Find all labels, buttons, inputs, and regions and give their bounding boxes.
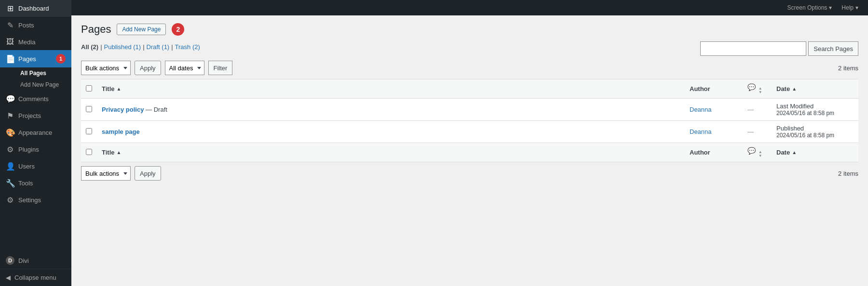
help-chevron-icon: ▾	[855, 4, 858, 11]
comment-sort-desc[interactable]: ▼	[759, 91, 762, 94]
filter-button[interactable]: Filter	[208, 61, 233, 75]
author-header: Author	[685, 79, 743, 99]
filter-all[interactable]: All (2)	[81, 43, 98, 51]
collapse-icon: ◀	[6, 274, 11, 281]
row-date-cell: Published 2024/05/16 at 8:58 pm	[772, 121, 858, 143]
search-pages-button[interactable]: Search Pages	[808, 41, 858, 56]
table-row: Privacy policy — Draft Deanna — Last Mod…	[81, 99, 858, 121]
filter-draft[interactable]: Draft (1)	[147, 43, 170, 51]
comment-sort-desc-footer[interactable]: ▼	[759, 154, 762, 158]
sidebar-item-projects[interactable]: ⚑ Projects	[0, 107, 71, 124]
screen-options-button[interactable]: Screen Options ▾	[784, 2, 836, 13]
sidebar-item-users[interactable]: 👤 Users	[0, 158, 71, 175]
sidebar-item-tools[interactable]: 🔧 Tools	[0, 175, 71, 192]
divi-icon: D	[6, 256, 14, 265]
date-footer: Date ▲	[772, 143, 858, 162]
row-author-link[interactable]: Deanna	[690, 106, 712, 113]
title-sort-link[interactable]: Title ▲	[102, 85, 121, 92]
search-input[interactable]	[700, 41, 806, 56]
date-footer-sort-link[interactable]: Date ▲	[776, 149, 797, 156]
row-comments-cell: —	[743, 99, 772, 121]
title-footer-sort-arrow: ▲	[117, 150, 122, 155]
select-all-checkbox-footer[interactable]	[86, 149, 92, 155]
row-checkbox[interactable]	[86, 128, 92, 134]
author-footer: Author	[685, 143, 743, 162]
date-sort-link[interactable]: Date ▲	[776, 85, 797, 92]
apply-button-bottom[interactable]: Apply	[135, 166, 161, 181]
content-area: Pages Add New Page 2 All (2) | Published…	[71, 15, 868, 286]
apply-button-top[interactable]: Apply	[135, 61, 161, 75]
row-author-cell: Deanna	[685, 121, 743, 143]
screen-options-chevron-icon: ▾	[829, 4, 832, 11]
media-icon: 🖼	[6, 38, 14, 46]
row-author-link[interactable]: Deanna	[690, 128, 712, 135]
comments-footer: 💬 ▲ ▼	[743, 143, 772, 162]
filter-published[interactable]: Published (1)	[104, 43, 141, 51]
row-title-cell: sample page	[97, 121, 685, 143]
date-header: Date ▲	[772, 79, 858, 99]
sidebar-item-media[interactable]: 🖼 Media	[0, 34, 71, 50]
row-comments-cell: —	[743, 121, 772, 143]
title-footer: Title ▲	[97, 143, 685, 162]
table-row: sample page Deanna — Published 2024/05/1…	[81, 121, 858, 143]
sidebar-sub-add-new-page[interactable]: Add New Page	[18, 79, 71, 91]
comment-sort-buttons-footer: ▲ ▼	[759, 150, 762, 158]
row-author-cell: Deanna	[685, 99, 743, 121]
filter-trash[interactable]: Trash (2)	[175, 43, 200, 51]
date-footer-sort-arrow: ▲	[792, 150, 797, 155]
help-button[interactable]: Help ▾	[838, 2, 862, 13]
sidebar-item-pages[interactable]: 📄 Pages 1	[0, 50, 71, 67]
sidebar-item-divi[interactable]: D Divi	[0, 252, 71, 269]
page-header: Pages Add New Page 2	[81, 23, 858, 36]
bulk-actions-select-top[interactable]: Bulk actions	[81, 61, 131, 75]
sidebar-sub-all-pages[interactable]: All Pages	[18, 67, 71, 79]
comments-header: 💬 ▲ ▼	[743, 79, 772, 99]
page-title-link[interactable]: sample page	[102, 128, 140, 135]
title-header: Title ▲	[97, 79, 685, 99]
main-content: Screen Options ▾ Help ▾ Pages Add New Pa…	[71, 0, 868, 286]
title-sort-arrow: ▲	[117, 86, 122, 91]
sidebar-item-dashboard[interactable]: ⊞ Dashboard	[0, 0, 71, 17]
filter-links: All (2) | Published (1) | Draft (1) | Tr…	[81, 43, 200, 51]
notification-badge: 2	[172, 23, 184, 36]
row-checkbox-cell	[81, 121, 97, 143]
items-count-bottom: 2 items	[838, 170, 858, 177]
comment-sort-buttons: ▲ ▼	[759, 87, 762, 94]
table-body: Privacy policy — Draft Deanna — Last Mod…	[81, 99, 858, 143]
dates-filter-select[interactable]: All dates	[165, 61, 204, 75]
sidebar-item-posts[interactable]: ✎ Posts	[0, 17, 71, 34]
items-count-top: 2 items	[838, 65, 858, 72]
date-sort-arrow: ▲	[792, 86, 797, 91]
row-date-value: 2024/05/16 at 8:58 pm	[776, 110, 854, 117]
toolbar-bottom: Bulk actions Apply 2 items	[81, 166, 858, 181]
page-title: Pages	[81, 23, 111, 36]
comment-bubble-icon-footer: 💬	[747, 147, 756, 155]
pages-icon: 📄	[6, 54, 14, 64]
row-comments-value: —	[747, 128, 754, 135]
sidebar-item-settings[interactable]: ⚙ Settings	[0, 192, 71, 208]
table-footer-row: Title ▲ Author 💬 ▲ ▼	[81, 143, 858, 162]
comments-icon: 💬	[6, 94, 14, 104]
table-header-row: Title ▲ Author 💬 ▲ ▼	[81, 79, 858, 99]
select-all-checkbox[interactable]	[86, 85, 92, 91]
add-new-page-button[interactable]: Add New Page	[117, 24, 166, 35]
page-title-link[interactable]: Privacy policy	[102, 106, 144, 113]
appearance-icon: 🎨	[6, 128, 14, 137]
posts-icon: ✎	[6, 21, 14, 30]
tools-icon: 🔧	[6, 179, 14, 188]
row-date-cell: Last Modified 2024/05/16 at 8:58 pm	[772, 99, 858, 121]
topbar: Screen Options ▾ Help ▾	[71, 0, 868, 15]
collapse-menu[interactable]: ◀ Collapse menu	[0, 269, 71, 286]
sidebar-item-comments[interactable]: 💬 Comments	[0, 91, 71, 107]
bulk-actions-select-bottom[interactable]: Bulk actions	[81, 166, 131, 181]
row-checkbox[interactable]	[86, 106, 92, 112]
sidebar-item-appearance[interactable]: 🎨 Appearance	[0, 124, 71, 141]
row-comments-value: —	[747, 106, 754, 113]
pages-table: Title ▲ Author 💬 ▲ ▼	[81, 79, 858, 162]
row-date-status: Published	[776, 125, 854, 132]
sidebar-item-plugins[interactable]: ⚙ Plugins	[0, 141, 71, 158]
title-footer-sort-link[interactable]: Title ▲	[102, 149, 121, 156]
row-date-value: 2024/05/16 at 8:58 pm	[776, 132, 854, 139]
pages-badge: 1	[56, 54, 66, 64]
row-date-status: Last Modified	[776, 103, 854, 110]
